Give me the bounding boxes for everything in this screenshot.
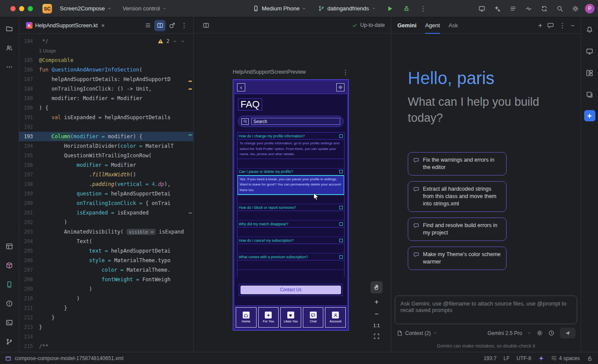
- phone-settings-gear-icon[interactable]: [336, 83, 344, 91]
- prev-issue-icon[interactable]: [172, 39, 177, 44]
- faq-question-row[interactable]: How do I block or report someone?: [237, 204, 344, 211]
- gemini-suggestion-card[interactable]: Fix the warnings and errors in the edito…: [408, 152, 507, 176]
- run-button[interactable]: [384, 3, 396, 14]
- code-line[interactable]: 210 ): [19, 294, 193, 303]
- code-line[interactable]: 189 modifier: Modifier = Modifier: [19, 94, 193, 103]
- user-avatar[interactable]: P: [585, 4, 595, 13]
- phone-nav-item-chat[interactable]: Chat: [303, 307, 324, 328]
- line-number[interactable]: 204: [19, 237, 39, 246]
- line-number[interactable]: 210: [19, 294, 39, 303]
- code-line[interactable]: 191 val isExpanded = helpAndSupportDetai…: [19, 113, 193, 122]
- line-number[interactable]: 212: [19, 313, 39, 322]
- line-number[interactable]: 194: [19, 141, 39, 151]
- line-separator[interactable]: LF: [504, 355, 510, 361]
- code-line[interactable]: 186fun QuestionAndAnswerInfoSection(: [19, 65, 193, 75]
- phone-search-input[interactable]: Search: [251, 118, 340, 125]
- back-icon[interactable]: ‹: [237, 83, 245, 91]
- gemini-suggestion-card[interactable]: Make my Theme's color scheme warmer: [408, 247, 507, 270]
- code-line[interactable]: 185@Composable: [19, 55, 193, 65]
- maximize-window-button[interactable]: [28, 6, 33, 11]
- settings-gear-icon[interactable]: [569, 3, 582, 15]
- project-folder-icon[interactable]: [4, 23, 15, 34]
- expand-icon[interactable]: [339, 239, 343, 242]
- code-line[interactable]: 209 ): [19, 284, 193, 294]
- compose-preview-phone[interactable]: ‹ FAQ Search How do I change: [233, 79, 349, 331]
- code-line[interactable]: 212 }: [19, 313, 193, 322]
- phone-nav-item-home[interactable]: Home: [236, 307, 257, 328]
- code-line[interactable]: 195 QuestionWithTrailingIconRow(: [19, 151, 193, 160]
- minimize-window-button[interactable]: [19, 6, 24, 11]
- search-everywhere-icon[interactable]: [554, 3, 566, 15]
- zoom-reset-button[interactable]: 1:1: [373, 323, 380, 328]
- expand-icon[interactable]: [339, 255, 343, 259]
- running-devices-icon[interactable]: [476, 3, 488, 15]
- detach-preview-icon[interactable]: [166, 20, 178, 31]
- gemini-suggestion-card[interactable]: Extract all hardcoded strings from this …: [408, 181, 507, 212]
- tab-agent[interactable]: Agent: [425, 17, 440, 34]
- preview-canvas[interactable]: HelpAndSupportScreenPreview ⋮ ‹ FAQ: [194, 33, 391, 352]
- line-number[interactable]: 192: [19, 122, 39, 132]
- device-explorer-icon[interactable]: [584, 45, 596, 57]
- line-number[interactable]: 195: [19, 151, 39, 160]
- line-number[interactable]: 215: [19, 341, 39, 351]
- line-number[interactable]: 214: [19, 332, 39, 341]
- studio-bot-icon[interactable]: [491, 3, 504, 15]
- line-number[interactable]: 213: [19, 322, 39, 332]
- hide-panel-icon[interactable]: −: [571, 22, 575, 29]
- layout-inspector-icon[interactable]: [4, 241, 15, 251]
- app-quality-insights-icon[interactable]: [523, 3, 535, 15]
- code-line[interactable]: 202 ): [19, 218, 193, 227]
- conversations-icon[interactable]: [547, 22, 554, 29]
- branch-selector[interactable]: datingandfriends: [315, 3, 379, 13]
- logcat-icon[interactable]: [507, 3, 519, 15]
- model-selector[interactable]: Gemini 2.5 Pro: [488, 330, 522, 336]
- caret-position[interactable]: 193:7: [484, 355, 497, 361]
- gemini-panel-button[interactable]: [584, 110, 595, 121]
- faq-question-row[interactable]: Can I pause or delete my profile?: [237, 169, 344, 176]
- emulator-icon[interactable]: [4, 279, 15, 289]
- code-line[interactable]: 213}: [19, 322, 193, 332]
- code-line[interactable]: 214: [19, 332, 193, 341]
- code-line[interactable]: 198 .padding(vertical = 4.dp),: [19, 179, 193, 189]
- code-line[interactable]: 204 Text(: [19, 237, 193, 246]
- terminal-icon[interactable]: [4, 317, 15, 328]
- line-number[interactable]: 209: [19, 284, 39, 294]
- faq-question-row[interactable]: What comes with a premium subscription?: [237, 254, 344, 260]
- more-tool-windows-icon[interactable]: [4, 62, 15, 72]
- code-line[interactable]: 215/**: [19, 341, 193, 351]
- context-selector[interactable]: Context (2): [405, 330, 431, 336]
- zoom-in-button[interactable]: +: [374, 299, 378, 306]
- faq-question-row[interactable]: Why did my match disappear?: [237, 221, 344, 228]
- next-issue-icon[interactable]: [180, 39, 185, 44]
- zoom-out-button[interactable]: −: [374, 311, 378, 318]
- notifications-bell-icon[interactable]: [584, 23, 596, 36]
- code-line[interactable]: 205 text = helpAndSupportDetai: [19, 246, 193, 256]
- resource-manager-icon[interactable]: [584, 88, 596, 101]
- code-line[interactable]: 197 .fillMaxWidth(): [19, 170, 193, 179]
- gemini-options-kebab[interactable]: ⋮: [559, 22, 566, 29]
- layout-panels-icon[interactable]: [584, 67, 596, 79]
- editor-tab[interactable]: K HelpAndSupportScreen.kt ×: [22, 17, 109, 33]
- packages-icon[interactable]: [4, 260, 15, 270]
- faq-question-row[interactable]: How do I cancel my subscription?: [237, 237, 344, 244]
- code-line[interactable]: 187 helpAndSupportDetails: HelpAndSuppor…: [19, 75, 193, 84]
- preview-options-kebab[interactable]: ⋮: [342, 69, 349, 75]
- problems-icon[interactable]: [4, 298, 15, 309]
- phone-nav-item-likes-you[interactable]: Likes You: [280, 307, 301, 328]
- line-number[interactable]: 200: [19, 198, 39, 208]
- version-control-menu[interactable]: Version control: [119, 3, 170, 13]
- new-chat-plus-icon[interactable]: +: [538, 22, 542, 29]
- line-number[interactable]: 202: [19, 218, 39, 227]
- line-number[interactable]: 203: [19, 227, 39, 237]
- code-editor[interactable]: 184 */1 Usage185@Composable186fun Questi…: [19, 34, 193, 352]
- indent-config[interactable]: 4 spaces: [551, 355, 580, 361]
- line-number[interactable]: 201: [19, 208, 39, 218]
- device-sync-icon[interactable]: [538, 3, 550, 15]
- code-line[interactable]: 201 isExpanded = isExpanded: [19, 208, 193, 218]
- phone-search-bar[interactable]: Search: [238, 116, 344, 127]
- line-number[interactable]: [19, 46, 39, 55]
- contact-us-button[interactable]: Contact Us: [239, 284, 343, 296]
- code-line[interactable]: 208 fontWeight = FontWeigh: [19, 275, 193, 284]
- history-clock-icon[interactable]: [548, 330, 555, 336]
- debug-button[interactable]: [401, 3, 412, 14]
